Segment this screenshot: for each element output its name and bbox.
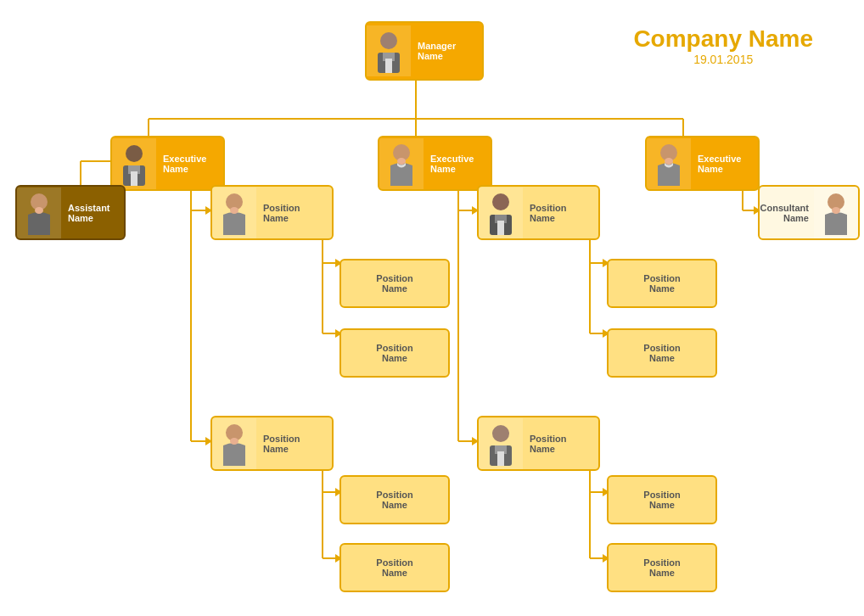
exec3-text: Executive Name [691, 150, 758, 177]
pos5-text: Position Name [256, 430, 332, 457]
svg-point-67 [492, 193, 509, 210]
pos7-text: Position Name [341, 554, 448, 581]
consultant-node[interactable]: Consultant Name [758, 185, 860, 240]
svg-point-71 [492, 425, 509, 442]
svg-rect-74 [497, 451, 504, 466]
pos-exec2-2-avatar [479, 418, 523, 469]
pos5-avatar [212, 418, 256, 469]
svg-point-60 [665, 158, 673, 165]
manager-text: Manager Name [411, 37, 482, 64]
consultant-avatar [814, 188, 858, 238]
pos-exec2-2sub2-node[interactable]: Position Name [607, 543, 717, 592]
pos-exec2-2sub1-node[interactable]: Position Name [607, 475, 717, 524]
svg-point-64 [230, 207, 238, 214]
pos3-node[interactable]: Position Name [339, 328, 450, 378]
pos-exec2-2sub2-text: Position Name [609, 554, 715, 581]
pos-exec2-2sub1-text: Position Name [609, 486, 715, 513]
svg-point-66 [230, 438, 238, 445]
pos2-node[interactable]: Position Name [339, 259, 450, 308]
pos-exec2-sub1-node[interactable]: Position Name [607, 259, 717, 308]
pos5-node[interactable]: Position Name [210, 416, 334, 471]
org-chart: Company Name 19.01.2015 [0, 0, 864, 616]
svg-point-53 [126, 145, 143, 162]
assistant-node[interactable]: Assistant Name [15, 185, 126, 240]
exec1-avatar [112, 138, 156, 189]
svg-point-58 [397, 158, 406, 165]
pos1-text: Position Name [256, 199, 332, 227]
svg-point-62 [35, 207, 43, 214]
pos-exec2-1-avatar [479, 188, 523, 238]
exec1-text: Executive Name [156, 150, 223, 177]
pos2-text: Position Name [341, 270, 448, 297]
pos-exec2-2-node[interactable]: Position Name [477, 416, 600, 471]
exec3-avatar [647, 138, 691, 189]
company-name: Company Name [633, 25, 813, 53]
svg-rect-70 [497, 221, 504, 235]
pos1-avatar [212, 188, 256, 238]
exec1-node[interactable]: Executive Name [110, 136, 225, 191]
pos-exec2-1-node[interactable]: Position Name [477, 185, 600, 240]
company-header: Company Name 19.01.2015 [633, 25, 813, 66]
assistant-text: Assistant Name [61, 199, 124, 227]
svg-point-49 [380, 32, 397, 49]
consultant-text: Consultant Name [758, 199, 814, 227]
exec2-avatar [379, 138, 424, 189]
manager-node[interactable]: Manager Name [365, 21, 484, 81]
pos-exec2-sub2-node[interactable]: Position Name [607, 328, 717, 378]
pos-exec2-2-text: Position Name [523, 430, 598, 457]
pos-exec2-sub1-text: Position Name [609, 270, 715, 297]
exec3-node[interactable]: Executive Name [645, 136, 760, 191]
pos-exec2-sub2-text: Position Name [609, 339, 715, 367]
pos7-node[interactable]: Position Name [339, 543, 450, 592]
svg-rect-56 [131, 171, 137, 186]
pos6-node[interactable]: Position Name [339, 475, 450, 524]
assistant-avatar [17, 188, 61, 238]
exec2-node[interactable]: Executive Name [378, 136, 492, 191]
pos3-text: Position Name [341, 339, 448, 367]
manager-avatar [367, 25, 411, 76]
svg-point-76 [832, 207, 840, 214]
pos1-node[interactable]: Position Name [210, 185, 334, 240]
pos6-text: Position Name [341, 486, 448, 513]
company-date: 19.01.2015 [633, 53, 813, 66]
exec2-text: Executive Name [424, 150, 491, 177]
svg-rect-52 [385, 59, 392, 73]
pos-exec2-1-text: Position Name [523, 199, 598, 227]
